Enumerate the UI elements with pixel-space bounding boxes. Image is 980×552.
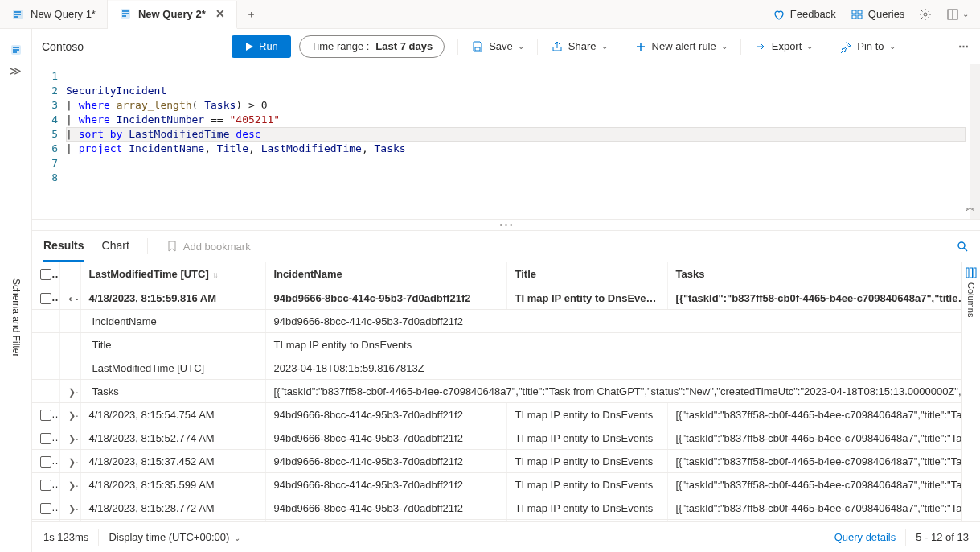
pane-splitter[interactable]: • • • [32,220,980,231]
columns-rail[interactable]: Columns [961,262,980,521]
export-button[interactable]: Export⌄ [754,40,814,53]
query-tab-1[interactable]: New Query 1* [0,0,108,28]
table-row[interactable]: ❯4/18/2023, 8:15:54.754 AM94bd9666-8bcc-… [32,403,961,426]
table-row[interactable]: ⌄4/18/2023, 8:15:59.816 AM94bd9666-8bcc-… [32,286,961,310]
svg-point-11 [958,242,965,249]
query-details-link[interactable]: Query details [834,531,896,543]
editor-collapse-icon[interactable]: ︽ [966,200,975,214]
expand-row-icon[interactable]: ❯ [68,387,76,398]
sort-icon: ↑↓ [212,270,217,279]
add-bookmark-button[interactable]: Add bookmark [166,240,251,253]
new-alert-label: New alert rule [652,40,716,52]
display-time-button[interactable]: Display time (UTC+00:00)⌄ [109,531,240,543]
queries-button[interactable]: Queries [851,8,905,21]
bookmark-icon [166,240,178,253]
row-checkbox[interactable] [40,410,51,421]
table-row[interactable]: ❯4/18/2023, 8:15:28.542 AM94bd9666-8bcc-… [32,520,961,522]
results-tab[interactable]: Results [43,231,84,262]
pin-button[interactable]: Pin to⌄ [839,40,895,53]
table-row[interactable]: ❯4/18/2023, 8:15:52.774 AM94bd9666-8bcc-… [32,426,961,450]
export-icon [754,40,767,53]
panel-layout-icon[interactable]: ⌄ [946,7,969,21]
queries-icon [851,8,863,21]
new-tab-button[interactable]: ＋ [237,7,266,22]
table-row[interactable]: ❯4/18/2023, 8:15:37.452 AM94bd9666-8bcc-… [32,450,961,473]
paging-info: 5 - 12 of 13 [916,531,969,543]
row-checkbox[interactable] [40,503,51,514]
svg-rect-4 [852,15,856,19]
results-grid: LastModifiedTime [UTC]↑↓ IncidentName Ti… [32,262,961,521]
workspace-icon[interactable] [10,43,23,56]
expand-row-icon[interactable]: ❯ [68,480,76,491]
col-header-title[interactable]: Title [506,262,667,286]
share-button[interactable]: Share⌄ [551,40,608,53]
play-icon [244,42,254,51]
svg-line-12 [964,248,967,251]
share-icon [551,40,564,53]
save-label: Save [489,40,513,52]
query-tab-strip: New Query 1* New Query 2* ✕ ＋ Feedback Q… [0,0,980,29]
detail-row: ❯Tasks[{"taskId":"b837ff58-cb0f-4465-b4e… [32,380,961,403]
grid-header-row: LastModifiedTime [UTC]↑↓ IncidentName Ti… [32,262,961,286]
run-button[interactable]: Run [232,35,291,58]
save-icon [471,40,484,53]
share-label: Share [568,40,597,52]
expand-row-icon[interactable]: ❯ [68,410,76,421]
results-search-icon[interactable] [956,240,969,253]
svg-rect-2 [852,10,856,14]
row-checkbox[interactable] [40,433,51,444]
feedback-button[interactable]: Feedback [773,8,836,21]
row-checkbox[interactable] [40,480,51,491]
col-header-incident[interactable]: IncidentName [265,262,506,286]
editor-gutter: 12345678 [32,64,66,219]
query-tab-icon [11,8,24,21]
query-tab-icon [119,7,132,20]
heart-icon [773,8,785,21]
row-checkbox[interactable] [40,293,51,304]
close-tab-icon[interactable]: ✕ [215,7,225,20]
query-tab-2-label: New Query 2* [138,8,206,20]
workspace-breadcrumb[interactable]: Contoso [39,40,223,53]
elapsed-time: 1s 123ms [43,531,88,543]
new-alert-button[interactable]: New alert rule⌄ [634,40,728,53]
chart-tab[interactable]: Chart [102,231,129,262]
expand-row-icon[interactable]: ❯ [68,504,76,514]
query-tab-1-label: New Query 1* [31,8,96,20]
results-pane: Results Chart Add bookmark [32,231,980,552]
expand-rail-icon[interactable]: ≫ [10,64,22,77]
svg-rect-5 [858,15,862,19]
results-grid-scroll[interactable]: LastModifiedTime [UTC]↑↓ IncidentName Ti… [32,262,961,521]
columns-rail-label: Columns [966,282,976,317]
timerange-value: Last 7 days [375,40,433,52]
feedback-label: Feedback [790,8,836,20]
detail-row: IncidentName94bd9666-8bcc-414c-95b3-7d0a… [32,310,961,333]
expand-row-icon[interactable]: ❯ [68,434,76,444]
query-tab-2[interactable]: New Query 2* ✕ [108,1,237,29]
query-toolbar: Contoso Run Time range : Last 7 days Sav… [32,29,980,64]
query-editor[interactable]: 12345678 SecurityIncident | where array_… [32,64,980,220]
col-header-time[interactable]: LastModifiedTime [UTC]↑↓ [80,262,265,286]
table-row[interactable]: ❯4/18/2023, 8:15:28.772 AM94bd9666-8bcc-… [32,496,961,520]
svg-rect-10 [475,47,480,51]
export-label: Export [772,40,802,52]
status-bar: 1s 123ms Display time (UTC+00:00)⌄ Query… [32,521,980,552]
schema-filter-rail: ≫ Schema and Filter [0,29,32,552]
time-range-picker[interactable]: Time range : Last 7 days [299,35,445,58]
expand-row-icon[interactable]: ⌄ [67,295,77,303]
columns-icon [965,266,978,279]
svg-rect-3 [858,10,862,14]
editor-scrollbar[interactable] [970,64,980,219]
save-button[interactable]: Save⌄ [471,40,524,53]
queries-label: Queries [868,8,905,20]
settings-icon[interactable] [919,7,932,21]
row-checkbox[interactable] [40,456,51,468]
svg-rect-15 [974,268,976,278]
table-row[interactable]: ❯4/18/2023, 8:15:35.599 AM94bd9666-8bcc-… [32,473,961,496]
schema-filter-label[interactable]: Schema and Filter [10,278,22,356]
col-header-tasks[interactable]: Tasks [667,262,961,286]
pin-icon [839,40,852,53]
expand-row-icon[interactable]: ❯ [68,457,76,468]
select-all-checkbox[interactable] [40,269,51,280]
toolbar-more-icon[interactable]: ⋯ [958,40,970,52]
editor-code[interactable]: SecurityIncident | where array_length( T… [66,64,980,219]
